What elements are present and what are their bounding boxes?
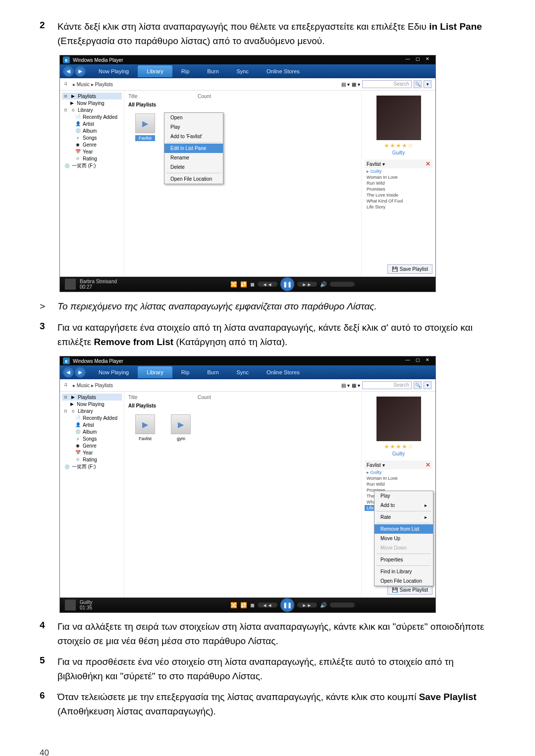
tree-recently-added[interactable]: 📄Recently Added xyxy=(62,113,122,120)
volume-slider[interactable] xyxy=(330,603,355,607)
ctx-play[interactable]: Play xyxy=(164,122,223,132)
tab-online-stores[interactable]: Online Stores xyxy=(258,65,309,77)
ctx-play[interactable]: Play xyxy=(374,491,433,501)
playlist-item-gym[interactable]: ▶ gym xyxy=(171,414,191,441)
tab-online-stores[interactable]: Online Stores xyxy=(258,366,309,378)
tree-now-playing[interactable]: ▶Now Playing xyxy=(62,401,122,407)
prev-button[interactable]: ◄◄ xyxy=(258,282,277,287)
save-playlist-button[interactable]: 💾 Save Playlist xyxy=(387,264,432,274)
ctx-move-up[interactable]: Move Up xyxy=(374,534,433,543)
ctx-rename[interactable]: Rename xyxy=(164,153,223,162)
tree-album[interactable]: 💿Album xyxy=(62,428,122,435)
search-button[interactable]: 🔍 xyxy=(414,381,422,389)
tree-artist[interactable]: 👤Artist xyxy=(62,421,122,428)
tree-drive[interactable]: 💿一笑而 (F:) xyxy=(62,162,122,170)
tab-burn[interactable]: Burn xyxy=(198,65,227,77)
maximize-button[interactable]: ▢ xyxy=(413,357,423,364)
tree-rating[interactable]: ☆Rating xyxy=(62,456,122,463)
nav-fwd-button[interactable]: ► xyxy=(75,367,86,378)
col-title[interactable]: Title xyxy=(128,395,198,400)
search-dropdown[interactable]: ▾ xyxy=(424,381,431,389)
ctx-edit-list-pane[interactable]: Edit in List Pane xyxy=(164,144,223,153)
next-button[interactable]: ►► xyxy=(297,282,317,287)
playlist-item-favlist[interactable]: ▶ Favlist xyxy=(135,113,155,141)
breadcrumb-path[interactable]: ▸ Music ▸ Playlists xyxy=(73,82,341,87)
list-name[interactable]: Favlist ▾ xyxy=(367,161,385,167)
next-button[interactable]: ►► xyxy=(297,603,317,607)
play-pause-button[interactable]: ❚❚ xyxy=(280,598,294,612)
stop-button[interactable]: ◼ xyxy=(250,281,255,288)
tree-drive[interactable]: 💿一笑而 (F:) xyxy=(62,463,122,471)
search-button[interactable]: 🔍 xyxy=(414,80,422,88)
breadcrumb-path[interactable]: ▸ Music ▸ Playlists xyxy=(73,383,341,388)
ctx-remove-from-list[interactable]: Remove from List xyxy=(374,524,433,534)
maximize-button[interactable]: ▢ xyxy=(413,56,423,63)
tab-rip[interactable]: Rip xyxy=(172,65,199,77)
close-button[interactable]: ✕ xyxy=(423,357,432,364)
list-name[interactable]: Favlist ▾ xyxy=(367,462,385,468)
tab-burn[interactable]: Burn xyxy=(198,366,227,378)
track-woman[interactable]: Woman In Love xyxy=(365,475,432,481)
save-playlist-button[interactable]: 💾 Save Playlist xyxy=(387,585,432,595)
tree-genre[interactable]: ◉Genre xyxy=(62,442,122,449)
track-fool[interactable]: What Kind Of Fool xyxy=(365,198,432,204)
view-list-icon[interactable]: ▤ ▾ xyxy=(341,82,350,87)
nav-back-button[interactable]: ◄ xyxy=(63,367,74,378)
tab-library[interactable]: Library xyxy=(138,366,172,378)
stop-button[interactable]: ◼ xyxy=(250,602,255,608)
tree-library[interactable]: ⊟♫Library xyxy=(62,106,122,113)
tree-album[interactable]: 💿Album xyxy=(62,127,122,134)
playlist-item-favlist[interactable]: ▶ Favlist xyxy=(135,414,155,441)
tab-library[interactable]: Library xyxy=(138,65,172,77)
track-guilty[interactable]: ▸ Guilty xyxy=(365,168,432,174)
col-count[interactable]: Count xyxy=(198,94,227,99)
tree-library[interactable]: ⊟♫Library xyxy=(62,407,122,414)
shuffle-button[interactable]: 🔀 xyxy=(230,281,237,288)
repeat-button[interactable]: 🔁 xyxy=(240,602,247,608)
ctx-rate[interactable]: Rate▸ xyxy=(374,512,433,522)
shuffle-button[interactable]: 🔀 xyxy=(230,602,237,608)
tree-songs[interactable]: ♪Songs xyxy=(62,435,122,442)
tree-year[interactable]: 📅Year xyxy=(62,449,122,456)
close-list-icon[interactable]: ✕ xyxy=(426,461,430,468)
tab-rip[interactable]: Rip xyxy=(172,366,199,378)
view-thumb-icon[interactable]: ▦ ▾ xyxy=(352,383,360,388)
tab-sync[interactable]: Sync xyxy=(228,366,258,378)
tab-now-playing[interactable]: Now Playing xyxy=(90,65,138,77)
track-woman[interactable]: Woman In Love xyxy=(365,174,432,180)
rating-stars[interactable]: ★★★★☆ xyxy=(365,142,432,149)
search-input[interactable]: Search xyxy=(362,381,412,389)
tree-artist[interactable]: 👤Artist xyxy=(62,120,122,127)
view-thumb-icon[interactable]: ▦ ▾ xyxy=(352,82,360,87)
track-guilty[interactable]: ▸ Guilty xyxy=(365,469,432,475)
minimize-button[interactable]: — xyxy=(403,357,413,364)
col-title[interactable]: Title xyxy=(128,94,198,99)
view-list-icon[interactable]: ▤ ▾ xyxy=(341,383,350,388)
close-list-icon[interactable]: ✕ xyxy=(426,160,430,167)
track-life-story[interactable]: Life Story xyxy=(365,204,432,210)
track-love-inside[interactable]: The Love Inside xyxy=(365,192,432,198)
rating-stars[interactable]: ★★★★☆ xyxy=(365,443,432,450)
play-pause-button[interactable]: ❚❚ xyxy=(280,277,294,291)
volume-icon[interactable]: 🔊 xyxy=(320,602,327,608)
prev-button[interactable]: ◄◄ xyxy=(258,603,277,607)
tree-now-playing[interactable]: ▶Now Playing xyxy=(62,100,122,106)
nav-fwd-button[interactable]: ► xyxy=(75,66,86,77)
tree-genre[interactable]: ◉Genre xyxy=(62,141,122,148)
track-promises[interactable]: Promises xyxy=(365,186,432,192)
ctx-find-library[interactable]: Find in Library xyxy=(374,567,433,576)
search-dropdown[interactable]: ▾ xyxy=(424,80,431,88)
tree-rating[interactable]: ☆Rating xyxy=(62,155,122,162)
minimize-button[interactable]: — xyxy=(403,56,413,63)
track-run-wild[interactable]: Run Wild xyxy=(365,481,432,487)
ctx-open-location[interactable]: Open File Location xyxy=(164,174,223,184)
search-input[interactable]: Search xyxy=(362,80,412,88)
tree-recently-added[interactable]: 📄Recently Added xyxy=(62,414,122,421)
nav-back-button[interactable]: ◄ xyxy=(63,66,74,77)
tree-year[interactable]: 📅Year xyxy=(62,148,122,155)
ctx-add-to[interactable]: Add to 'Favlist' xyxy=(164,132,223,141)
col-count[interactable]: Count xyxy=(198,395,227,400)
track-run-wild[interactable]: Run Wild xyxy=(365,180,432,186)
tree-songs[interactable]: ♪Songs xyxy=(62,134,122,141)
tab-now-playing[interactable]: Now Playing xyxy=(90,366,138,378)
